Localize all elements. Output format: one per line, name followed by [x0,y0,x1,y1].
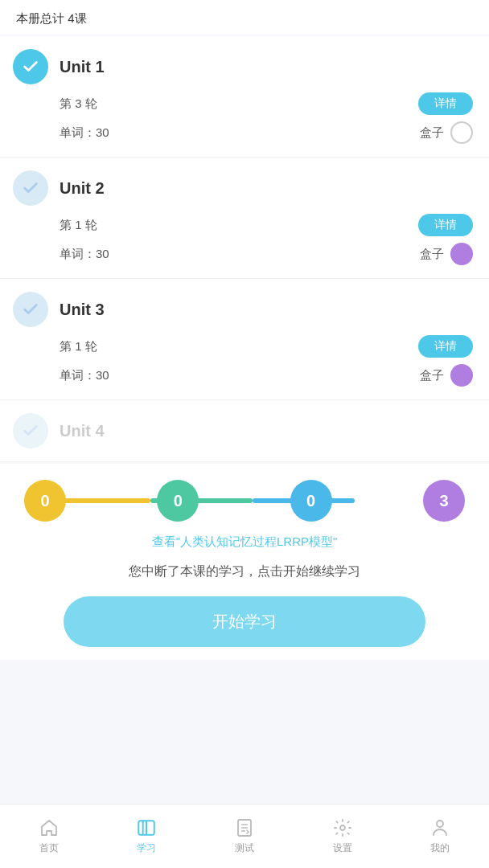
progress-dot-1: 0 [157,480,199,522]
box-container-1: 盒子 [420,121,473,144]
box-text-1: 盒子 [420,125,444,141]
nav-item-settings[interactable]: 设置 [323,813,363,860]
test-icon [234,817,255,838]
unit-round-3: 第 1 轮 [60,339,97,354]
nav-item-study[interactable]: 学习 [126,813,166,860]
study-icon [136,817,157,838]
unit-title-4: Unit 4 [60,422,105,440]
start-button[interactable]: 开始学习 [64,596,425,647]
page-header: 本册总计 4课 [0,0,489,35]
nav-label-profile: 我的 [430,841,450,855]
detail-btn-2[interactable]: 详情 [418,214,473,236]
unit-title-3: Unit 3 [60,301,105,319]
detail-btn-3[interactable]: 详情 [418,335,473,358]
nav-label-study: 学习 [137,841,156,855]
nav-item-test[interactable]: 测试 [224,813,265,860]
box-text-3: 盒子 [420,368,444,383]
box-container-2: 盒子 [420,243,473,265]
box-circle-3 [450,364,473,387]
progress-dot-2: 0 [290,480,332,522]
box-circle-2 [450,243,473,265]
reminder-text: 您中断了本课的学习，点击开始继续学习 [24,561,465,582]
nav-item-profile[interactable]: 我的 [420,813,460,860]
unit-details-2: 第 1 轮 详情 单词：30 盒子 [60,214,473,265]
unit-round-row-1: 第 3 轮 详情 [60,92,473,115]
svg-point-6 [340,825,345,830]
detail-btn-1[interactable]: 详情 [418,92,473,115]
nav-item-home[interactable]: 首页 [29,813,69,860]
unit-box-row-2: 单词：30 盒子 [60,243,473,265]
unit-icon-3 [13,292,48,327]
box-circle-1 [450,121,473,144]
home-icon [39,817,60,838]
unit-item-4: Unit 4 [0,400,489,462]
unit-list: Unit 1 第 3 轮 详情 单词：30 盒子 Unit [0,36,489,462]
unit-icon-1 [13,49,48,84]
unit-header-4: Unit 4 [13,413,473,448]
box-container-3: 盒子 [420,364,473,387]
unit-icon-2 [13,170,48,206]
unit-title-2: Unit 2 [60,179,105,198]
settings-icon [332,817,353,838]
nav-label-test: 测试 [235,841,254,855]
progress-dot-0: 0 [24,480,66,522]
unit-words-1: 单词：30 [60,125,109,141]
page-title: 本册总计 4课 [16,11,87,25]
unit-round-1: 第 3 轮 [60,96,97,112]
unit-item-2: Unit 2 第 1 轮 详情 单词：30 盒子 [0,158,489,279]
lrrp-link[interactable]: 查看"人类认知记忆过程LRRP模型" [24,534,465,550]
unit-box-row-1: 单词：30 盒子 [60,121,473,144]
svg-point-7 [437,821,443,827]
unit-item-3: Unit 3 第 1 轮 详情 单词：30 盒子 [0,279,489,400]
unit-box-row-3: 单词：30 盒子 [60,364,473,387]
unit-words-3: 单词：30 [60,368,109,383]
unit-header-1: Unit 1 [13,49,473,84]
unit-icon-4 [13,413,48,448]
profile-icon [429,817,450,838]
progress-dot-3: 3 [423,480,465,522]
bottom-nav: 首页 学习 测试 [0,804,489,868]
unit-item-1: Unit 1 第 3 轮 详情 单词：30 盒子 [0,36,489,158]
unit-title-1: Unit 1 [60,58,105,76]
unit-words-2: 单词：30 [60,247,109,262]
box-text-2: 盒子 [420,247,444,262]
unit-header-2: Unit 2 [13,170,473,206]
nav-label-home: 首页 [39,841,59,855]
unit-round-row-2: 第 1 轮 详情 [60,214,473,236]
unit-round-2: 第 1 轮 [60,218,97,233]
unit-details-3: 第 1 轮 详情 单词：30 盒子 [60,335,473,387]
progress-track: 0 0 0 3 [24,480,465,522]
unit-details-1: 第 3 轮 详情 单词：30 盒子 [60,92,473,144]
progress-section: 0 0 0 3 查看"人类认知记忆过程LRRP模型" 您中断了本课的学习，点击开… [0,464,489,660]
unit-round-row-3: 第 1 轮 详情 [60,335,473,358]
unit-header-3: Unit 3 [13,292,473,327]
nav-label-settings: 设置 [333,841,352,855]
